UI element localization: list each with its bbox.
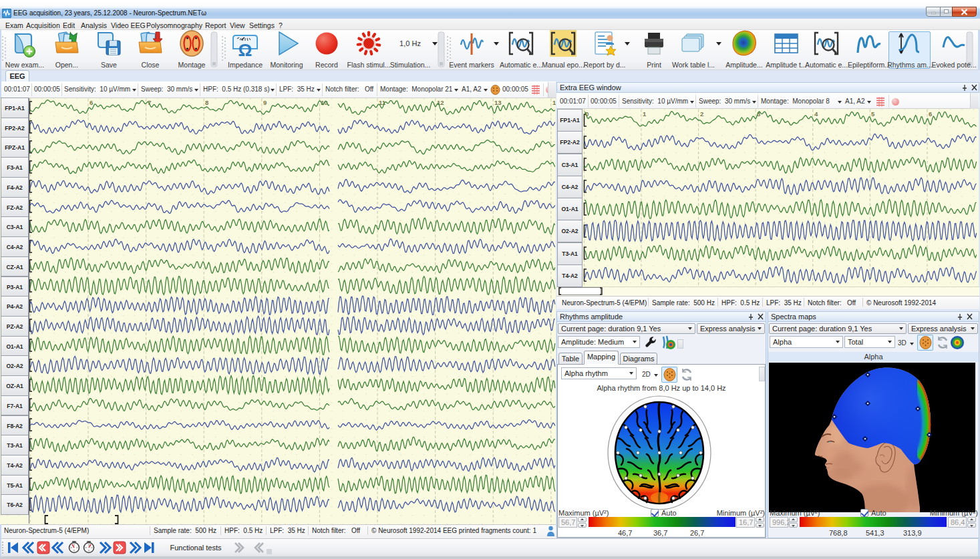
svg-text:9: 9	[263, 99, 267, 106]
svg-text:5: 5	[871, 110, 875, 118]
svg-text:12: 12	[437, 99, 444, 106]
svg-text:4: 4	[814, 110, 818, 118]
svg-text:1,0 Hz: 1,0 Hz	[399, 39, 421, 47]
svg-text:Functional tests: Functional tests	[170, 544, 222, 552]
svg-text:2: 2	[700, 110, 703, 118]
svg-text:6: 6	[90, 99, 93, 106]
svg-text:1: 1	[643, 110, 647, 118]
svg-text:6: 6	[929, 110, 932, 118]
svg-text:8: 8	[205, 99, 208, 106]
svg-text:13: 13	[494, 99, 502, 106]
svg-text:Ω: Ω	[238, 40, 253, 60]
